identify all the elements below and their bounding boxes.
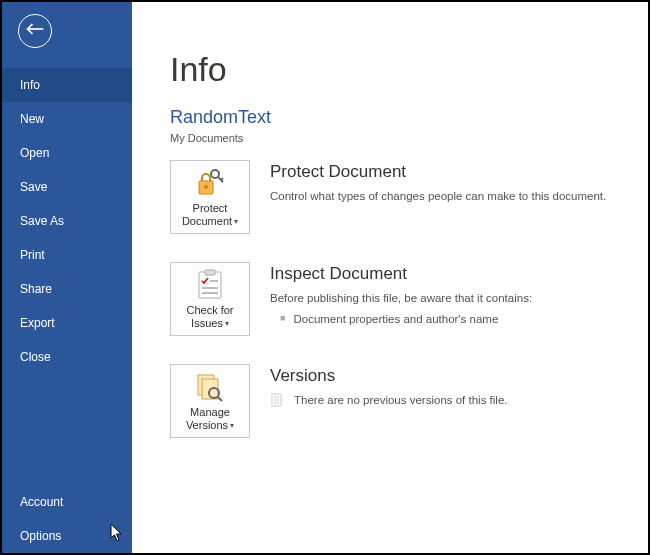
lock-key-icon [195,166,225,200]
inspect-tile-line2: Issues [191,317,223,330]
chevron-down-icon: ▾ [225,319,229,329]
sidebar-item-account[interactable]: Account [2,485,132,519]
chevron-down-icon: ▾ [230,421,234,431]
back-arrow-icon [25,21,45,41]
protect-tile-line2: Document [182,215,232,228]
sidebar-item-share[interactable]: Share [2,272,132,306]
sidebar-item-print[interactable]: Print [2,238,132,272]
versions-heading: Versions [270,366,508,386]
sidebar-item-save[interactable]: Save [2,170,132,204]
bullet-icon: ■ [280,311,285,325]
document-title: RandomText [170,107,648,128]
versions-icon [195,370,225,404]
svg-point-3 [211,170,219,178]
sidebar-item-info[interactable]: Info [2,68,132,102]
protect-heading: Protect Document [270,162,606,182]
chevron-down-icon: ▾ [234,217,238,227]
sidebar-item-close[interactable]: Close [2,340,132,374]
document-icon [270,393,284,407]
inspect-heading: Inspect Document [270,264,532,284]
versions-desc: There are no previous versions of this f… [294,392,508,409]
protect-tile-line1: Protect [193,202,228,215]
back-button[interactable] [18,14,52,48]
protect-document-button[interactable]: Protect Document ▾ [170,160,250,234]
inspect-desc: Before publishing this file, be aware th… [270,290,532,307]
check-for-issues-button[interactable]: Check for Issues ▾ [170,262,250,336]
section-protect: Protect Document ▾ Protect Document Cont… [170,160,648,234]
svg-line-14 [218,397,222,401]
svg-rect-6 [199,272,221,298]
sidebar-item-open[interactable]: Open [2,136,132,170]
svg-point-2 [204,185,208,189]
main-panel: Info RandomText My Documents Protect [132,2,648,553]
manage-versions-button[interactable]: Manage Versions ▾ [170,364,250,438]
inspect-tile-line1: Check for [186,304,233,317]
svg-rect-7 [205,270,215,275]
sidebar-item-new[interactable]: New [2,102,132,136]
backstage-sidebar: Info New Open Save Save As Print Share E… [2,2,132,553]
sidebar-item-options[interactable]: Options [2,519,132,553]
section-inspect: Check for Issues ▾ Inspect Document Befo… [170,262,648,336]
svg-line-5 [221,178,223,180]
sidebar-nav: Info New Open Save Save As Print Share E… [2,68,132,374]
checklist-icon [196,268,224,302]
sidebar-item-export[interactable]: Export [2,306,132,340]
sidebar-item-save-as[interactable]: Save As [2,204,132,238]
inspect-bullet-1: Document properties and author's name [293,311,498,328]
page-title: Info [170,50,648,89]
section-versions: Manage Versions ▾ Versions There are no … [170,364,648,438]
versions-tile-line1: Manage [190,406,230,419]
versions-tile-line2: Versions [186,419,228,432]
protect-desc: Control what types of changes people can… [270,188,606,205]
document-location: My Documents [170,132,648,144]
